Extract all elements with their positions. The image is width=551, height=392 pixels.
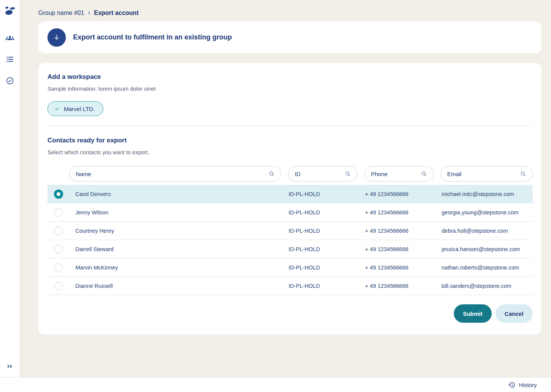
contacts-table-body: Carol Denvers ID-PL-HOLD + 49 1234566666…	[47, 185, 533, 295]
breadcrumb-separator-icon: ›	[88, 9, 90, 16]
name-column-label: Name	[76, 171, 91, 177]
submit-button[interactable]: Submit	[454, 304, 492, 323]
table-row[interactable]: Darrell Steward ID-PL-HOLD + 49 12345666…	[47, 240, 533, 258]
export-header-card: Export account to fulfilment in an exist…	[38, 21, 541, 53]
search-icon	[520, 171, 527, 177]
row-radio[interactable]	[47, 189, 69, 199]
cancel-button[interactable]: Cancel	[496, 304, 533, 323]
cell-id: ID-PL-HOLD	[283, 246, 359, 252]
table-row[interactable]: Marvin McKinney ID-PL-HOLD + 49 12345666…	[47, 258, 533, 277]
table-row[interactable]: Jenny Wilson ID-PL-HOLD + 49 1234566666 …	[47, 203, 533, 222]
table-row[interactable]: Courtney Henry ID-PL-HOLD + 49 123456666…	[47, 222, 533, 240]
workspace-chip-marvel[interactable]: Marvel LTD.	[47, 101, 103, 116]
cell-email: debra.holt@stepstone.com	[436, 228, 535, 234]
cell-email: bill.sanders@stepstone.com	[436, 283, 535, 289]
sidebar	[0, 0, 20, 377]
sidebar-expand-icon[interactable]	[5, 362, 15, 371]
cell-email: nathan.roberts@stepstone.com	[436, 265, 535, 271]
export-form-card: Add a workspace Sample information: lore…	[38, 63, 541, 335]
cell-name: Dianne Russell	[69, 283, 283, 289]
name-filter-input[interactable]: Name	[69, 166, 281, 181]
contacts-section-title: Contacts ready for export	[47, 137, 533, 144]
contacts-section-subtitle: Select which contacts you want to export…	[47, 149, 533, 155]
cell-id: ID-PL-HOLD	[283, 228, 359, 234]
cell-name: Carol Denvers	[69, 191, 283, 197]
phone-column-label: Phone	[371, 171, 387, 177]
row-radio[interactable]	[47, 208, 69, 217]
check-icon	[54, 106, 60, 111]
search-icon	[421, 171, 427, 177]
row-radio[interactable]	[47, 245, 69, 253]
contacts-table-header: Name ID Phone	[47, 166, 533, 181]
cell-name: Courtney Henry	[69, 228, 283, 234]
workspace-chip-label: Marvel LTD.	[64, 106, 95, 112]
search-icon	[269, 171, 275, 177]
phone-filter-input[interactable]: Phone	[364, 166, 434, 181]
row-radio[interactable]	[47, 227, 69, 235]
section-divider	[47, 126, 533, 126]
cell-email: jessica.hanson@stepstone.com	[436, 246, 535, 252]
cell-phone: + 49 1234566666	[359, 283, 436, 289]
cell-name: Jenny Wilson	[69, 209, 283, 216]
cell-phone: + 49 1234566666	[359, 228, 436, 234]
breadcrumb: Group name #01 › Export account	[38, 9, 541, 17]
cell-phone: + 49 1234566666	[359, 246, 436, 252]
cell-phone: + 49 1234566666	[359, 209, 436, 216]
page-title: Export account to fulfilment in an exist…	[73, 33, 232, 41]
download-arrow-icon[interactable]	[47, 28, 66, 47]
main-content: Group name #01 › Export account Export a…	[20, 0, 551, 377]
breadcrumb-current: Export account	[94, 10, 139, 16]
row-radio[interactable]	[47, 263, 69, 272]
search-icon	[345, 171, 351, 177]
form-actions: Submit Cancel	[47, 304, 533, 323]
table-row[interactable]: Carol Denvers ID-PL-HOLD + 49 1234566666…	[47, 185, 533, 203]
history-icon	[508, 381, 515, 389]
bottom-bar: History	[0, 377, 551, 392]
check-circle-icon[interactable]	[5, 76, 15, 86]
app: Group name #01 › Export account Export a…	[0, 0, 551, 377]
list-icon[interactable]	[5, 54, 15, 64]
email-column-label: Email	[447, 171, 461, 177]
id-column-label: ID	[295, 171, 300, 177]
app-logo-icon[interactable]	[4, 5, 16, 16]
history-label: History	[519, 382, 537, 388]
cell-phone: + 49 1234566666	[359, 191, 436, 197]
cell-email: michael.mitc@stepstone.com	[436, 191, 535, 197]
email-filter-input[interactable]: Email	[440, 166, 533, 181]
cell-phone: + 49 1234566666	[359, 265, 436, 271]
workspace-section-title: Add a workspace	[47, 73, 533, 81]
table-row[interactable]: Dianne Russell ID-PL-HOLD + 49 123456666…	[47, 277, 533, 295]
id-filter-input[interactable]: ID	[288, 166, 357, 181]
cell-id: ID-PL-HOLD	[283, 209, 359, 216]
cell-id: ID-PL-HOLD	[283, 283, 359, 289]
cell-id: ID-PL-HOLD	[283, 265, 359, 271]
row-radio[interactable]	[47, 282, 69, 290]
cell-name: Darrell Steward	[69, 246, 283, 252]
groups-icon[interactable]	[5, 33, 15, 43]
cell-id: ID-PL-HOLD	[283, 191, 359, 197]
breadcrumb-parent[interactable]: Group name #01	[38, 10, 84, 16]
history-button[interactable]: History	[508, 381, 537, 389]
cell-email: georgia.young@stepstone.com	[436, 209, 535, 216]
workspace-section-subtitle: Sample information: lorem ipsum dolor si…	[47, 86, 533, 92]
cell-name: Marvin McKinney	[69, 265, 283, 271]
